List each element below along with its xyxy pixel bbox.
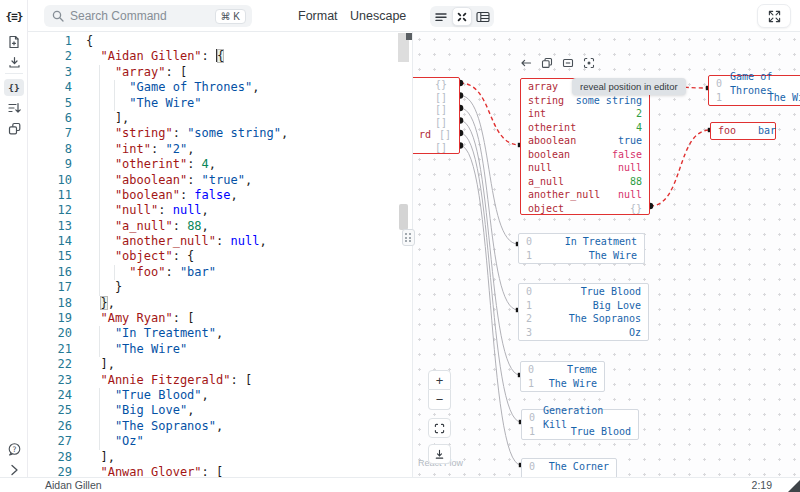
app-logo-icon[interactable]: {≡} <box>6 8 22 24</box>
code-line[interactable]: 11"boolean": false, <box>28 188 412 203</box>
zoom-out-button[interactable]: − <box>428 390 451 410</box>
code-line[interactable]: 5"The Wire" <box>28 96 412 111</box>
braces-icon[interactable]: {} <box>4 79 24 96</box>
line-number: 10 <box>28 173 86 188</box>
code-line[interactable]: 15"object": { <box>28 249 412 264</box>
node-row: 0True Blood <box>519 285 648 299</box>
fit-view-button[interactable] <box>428 418 451 438</box>
code-line[interactable]: 3"array": [ <box>28 65 412 80</box>
code-line[interactable]: 21"The Wire" <box>28 342 412 357</box>
code-line[interactable]: 18}, <box>28 296 412 311</box>
amy-ryan-node[interactable]: 0In Treatment1The Wire <box>518 233 645 264</box>
search-input[interactable] <box>70 9 209 23</box>
array-values-node[interactable]: 0Game of Thrones1The Wire <box>708 75 800 106</box>
line-number: 13 <box>28 219 86 234</box>
code-line[interactable]: 29"Anwan Glover": [ <box>28 465 412 477</box>
root-node[interactable]: {}[][][]rd[][] <box>412 77 460 154</box>
aidan-gillen-node[interactable]: arraystringsome stringint2otherint4abool… <box>520 78 650 215</box>
text-view-button[interactable] <box>431 7 452 26</box>
code-line[interactable]: 17} <box>28 280 412 295</box>
activity-bar: {≡} {} ? <box>0 0 28 477</box>
node-row: 1The Wire <box>521 377 604 391</box>
code-line[interactable]: 14"another_null": null, <box>28 234 412 249</box>
fullscreen-button[interactable] <box>757 4 791 28</box>
node-row: rd[] <box>412 129 459 142</box>
flow-graph-icon <box>455 10 469 24</box>
code-line[interactable]: 19"Amy Ryan": [ <box>28 311 412 326</box>
foo-bar-node[interactable]: foobar <box>710 122 776 140</box>
panel-resize-handle[interactable] <box>402 229 415 246</box>
reveal-in-editor-icon[interactable] <box>520 57 532 69</box>
code-line[interactable]: 26"The Sopranos", <box>28 419 412 434</box>
collapse-sidebar-icon[interactable] <box>6 462 22 478</box>
scrollbar-decoration <box>399 204 408 230</box>
line-number: 17 <box>28 280 86 295</box>
graph-edge <box>460 108 518 310</box>
graph-canvas[interactable]: reveal position in editor + − React Flow… <box>412 32 800 477</box>
code-line[interactable]: 24"True Blood", <box>28 388 412 403</box>
tooltip: reveal position in editor <box>572 78 686 95</box>
search-icon <box>52 10 64 22</box>
code-line[interactable]: 28], <box>28 450 412 465</box>
line-number: 29 <box>28 465 86 477</box>
zoom-in-button[interactable]: + <box>428 370 451 390</box>
code-line[interactable]: 6], <box>28 111 412 126</box>
code-line[interactable]: 25"Big Love", <box>28 403 412 418</box>
node-row: [] <box>412 117 459 130</box>
node-row: foobar <box>711 124 775 138</box>
logo-glyph: {≡} <box>6 10 23 23</box>
download-icon[interactable] <box>6 54 22 70</box>
line-number: 11 <box>28 188 86 203</box>
view-mode-switcher <box>430 6 494 27</box>
code-line[interactable]: 8"int": "2", <box>28 142 412 157</box>
graph-edge <box>460 121 520 376</box>
line-number: 22 <box>28 357 86 372</box>
line-number: 26 <box>28 419 86 434</box>
graph-edge <box>460 96 518 245</box>
code-line[interactable]: 27"Oz" <box>28 434 412 449</box>
collapse-node-icon[interactable] <box>562 57 574 69</box>
new-file-icon[interactable] <box>6 34 22 50</box>
code-line[interactable]: 4"Game of Thrones", <box>28 80 412 95</box>
table-view-button[interactable] <box>472 7 493 26</box>
code-line[interactable]: 20"In Treatment", <box>28 326 412 341</box>
code-line[interactable]: 13"a_null": 88, <box>28 219 412 234</box>
chat-icon[interactable]: ? <box>6 441 22 457</box>
graph-view-button[interactable] <box>452 7 473 26</box>
search-command-box[interactable]: ⌘ K <box>44 5 252 27</box>
fit-view-icon <box>434 423 445 434</box>
anwan-glover-node[interactable]: 0Treme1The Wire <box>520 361 605 392</box>
download-image-button[interactable] <box>428 444 451 464</box>
code-line[interactable]: 2"Aidan Gillen": { <box>28 49 412 64</box>
line-number: 21 <box>28 342 86 357</box>
node-row: int2 <box>521 107 649 121</box>
code-line[interactable]: 23"Annie Fitzgerald": [ <box>28 373 412 388</box>
focus-node-icon[interactable] <box>583 57 595 69</box>
node-row: 3Oz <box>519 326 648 340</box>
format-button[interactable]: Format <box>298 0 338 32</box>
unescape-button[interactable]: Unescape <box>350 0 406 32</box>
copy-node-icon[interactable] <box>541 57 553 69</box>
transform-icon[interactable] <box>6 100 22 116</box>
node-row: 0Game of Thrones <box>709 77 800 91</box>
line-number: 15 <box>28 249 86 264</box>
table-icon <box>476 10 490 24</box>
code-line[interactable]: 10"aboolean": "true", <box>28 173 412 188</box>
annie-fitzgerald-node[interactable]: 0True Blood1Big Love2The Sopranos3Oz <box>518 283 649 341</box>
line-number: 24 <box>28 388 86 403</box>
svg-text:?: ? <box>12 444 16 453</box>
code-line[interactable]: 1{ <box>28 34 412 49</box>
code-line[interactable]: 16"foo": "bar" <box>28 265 412 280</box>
node-row: 1The Wire <box>519 249 644 263</box>
code-line[interactable]: 12"null": null, <box>28 203 412 218</box>
node-row: 0The Corner <box>522 460 616 474</box>
json-editor[interactable]: 1{2"Aidan Gillen": {3"array": [4"Game of… <box>28 32 412 477</box>
window-resize-corner <box>788 480 800 492</box>
code-line[interactable]: 7"string": "some string", <box>28 126 412 141</box>
zoom-controls: + − <box>428 370 451 470</box>
code-line[interactable]: 22], <box>28 357 412 372</box>
copies-icon[interactable] <box>6 120 22 136</box>
alice-farmer-node[interactable]: 0The Corner <box>521 458 617 477</box>
code-line[interactable]: 9"otherint": 4, <box>28 157 412 172</box>
alexander-skarsgard-node[interactable]: 0Generation Kill1True Blood <box>521 409 639 440</box>
